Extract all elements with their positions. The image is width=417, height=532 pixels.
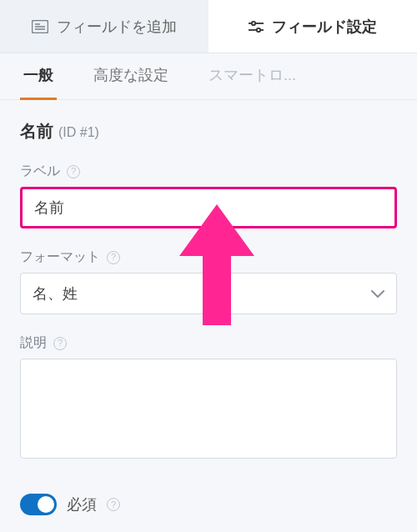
format-select[interactable]: 名、姓 [20, 273, 397, 314]
tab-field-settings[interactable]: フィールド設定 [208, 0, 417, 53]
help-icon[interactable]: ? [107, 251, 120, 264]
label-field-label: ラベル [20, 163, 60, 180]
format-select-value: 名、姓 [33, 284, 78, 304]
required-toggle[interactable] [20, 494, 57, 515]
subtab-smart[interactable]: スマートロ... [205, 65, 299, 100]
label-field-label-row: ラベル ? [20, 163, 397, 180]
description-field-block: 説明 ? [20, 334, 397, 462]
section-id: (ID #1) [58, 125, 99, 140]
section-title-text: 名前 [20, 120, 53, 143]
subtab-bar: 一般 高度な設定 スマートロ... [0, 53, 417, 100]
section-title: 名前 (ID #1) [20, 120, 397, 143]
subtab-general[interactable]: 一般 [20, 65, 57, 100]
tab-add-field[interactable]: フィールドを追加 [0, 0, 208, 53]
required-label: 必須 [67, 494, 97, 514]
sliders-icon [249, 20, 264, 33]
toggle-knob [38, 496, 54, 513]
help-icon[interactable]: ? [67, 165, 80, 178]
required-row: 必須 ? [20, 494, 120, 515]
svg-point-7 [257, 28, 260, 31]
tab-add-field-label: フィールドを追加 [57, 17, 177, 37]
subtab-advanced[interactable]: 高度な設定 [90, 65, 172, 100]
content-area: 名前 (ID #1) ラベル ? フォーマット ? 名、姓 説明 ? [0, 100, 417, 502]
label-input[interactable] [20, 187, 397, 228]
svg-point-5 [252, 21, 255, 24]
label-field-block: ラベル ? [20, 163, 397, 228]
help-icon[interactable]: ? [53, 337, 67, 350]
tab-field-settings-label: フィールド設定 [272, 17, 377, 37]
description-textarea[interactable] [20, 359, 397, 459]
form-icon [32, 20, 48, 33]
format-field-label: フォーマット [20, 248, 100, 266]
format-field-block: フォーマット ? 名、姓 [20, 248, 397, 314]
format-field-label-row: フォーマット ? [20, 248, 397, 266]
panel-header: フィールドを追加 フィールド設定 [0, 0, 417, 53]
description-field-label-row: 説明 ? [20, 334, 397, 352]
chevron-down-icon [371, 285, 384, 303]
help-icon[interactable]: ? [107, 498, 120, 511]
description-field-label: 説明 [20, 334, 47, 352]
